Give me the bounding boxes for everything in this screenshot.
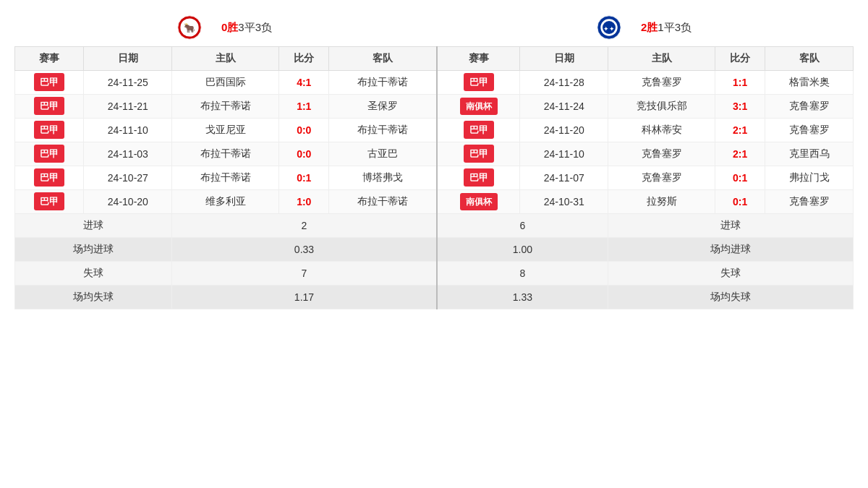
table-header: 赛事 日期 主队 比分 客队 赛事 日期 主队 比分 客队 <box>15 47 854 71</box>
right-away: 克鲁塞罗 <box>765 119 854 142</box>
left-away: 布拉干蒂诺 <box>329 190 437 214</box>
left-match-type: 巴甲 <box>15 142 84 166</box>
right-match-type: 南俱杯 <box>437 190 520 214</box>
match-type-badge-left: 巴甲 <box>34 97 64 115</box>
left-match-type: 巴甲 <box>15 190 84 214</box>
right-match-type: 巴甲 <box>437 166 520 190</box>
right-goals-label: 进球 <box>608 214 854 238</box>
right-date: 24-11-20 <box>520 119 608 142</box>
stats-lost-row: 失球 7 8 失球 <box>15 262 854 286</box>
left-away: 布拉干蒂诺 <box>329 119 437 142</box>
right-record-text: 1平3负 <box>658 21 692 33</box>
left-date: 24-11-10 <box>84 119 172 142</box>
left-goals-value: 2 <box>172 214 437 238</box>
left-lost-label: 失球 <box>15 262 172 286</box>
left-home: 布拉干蒂诺 <box>172 95 279 119</box>
stats-goals-row: 进球 2 6 进球 <box>15 214 854 238</box>
right-date: 24-11-07 <box>520 166 608 190</box>
match-type-badge-right: 南俱杯 <box>460 193 498 210</box>
right-match-type: 南俱杯 <box>437 95 520 119</box>
match-type-badge-left: 巴甲 <box>34 121 64 139</box>
right-team-logo: ✦✦ <box>596 14 622 40</box>
right-date: 24-11-24 <box>520 95 608 119</box>
match-type-badge-left: 巴甲 <box>34 168 64 187</box>
right-lost-avg-value: 1.33 <box>437 286 608 309</box>
left-date: 24-11-03 <box>84 142 172 166</box>
left-team-header: 🐂 0胜3平3负 <box>14 14 434 40</box>
left-home: 维多利亚 <box>172 190 279 214</box>
col-away-left: 客队 <box>329 47 437 71</box>
left-match-type: 巴甲 <box>15 71 84 95</box>
col-away-right: 客队 <box>765 47 854 71</box>
team-header-row: 🐂 0胜3平3负 ✦✦ 2胜1平3负 <box>14 14 854 40</box>
stats-goals-avg-row: 场均进球 0.33 1.00 场均进球 <box>15 238 854 262</box>
right-date: 24-10-31 <box>520 190 608 214</box>
left-date: 24-11-21 <box>84 95 172 119</box>
right-lost-label: 失球 <box>608 262 854 286</box>
right-score: 3:1 <box>715 95 765 119</box>
col-date-left: 日期 <box>84 47 172 71</box>
left-goals-avg-label: 场均进球 <box>15 238 172 262</box>
col-score-right: 比分 <box>715 47 765 71</box>
right-home: 克鲁塞罗 <box>608 166 715 190</box>
table-row: 巴甲 24-11-10 戈亚尼亚 0:0 布拉干蒂诺 巴甲 24-11-20 科… <box>15 119 854 142</box>
left-away: 圣保罗 <box>329 95 437 119</box>
right-score: 1:1 <box>715 71 765 95</box>
col-type-right: 赛事 <box>437 47 520 71</box>
left-home: 戈亚尼亚 <box>172 119 279 142</box>
right-home: 克鲁塞罗 <box>608 71 715 95</box>
table-row: 巴甲 24-11-03 布拉干蒂诺 0:0 古亚巴 巴甲 24-11-10 克鲁… <box>15 142 854 166</box>
left-wins: 0胜 <box>221 21 238 33</box>
left-score: 1:0 <box>279 190 329 214</box>
right-home: 拉努斯 <box>608 190 715 214</box>
match-type-badge-right: 巴甲 <box>464 121 494 139</box>
left-date: 24-11-25 <box>84 71 172 95</box>
right-date: 24-11-28 <box>520 71 608 95</box>
left-lost-value: 7 <box>172 262 437 286</box>
left-home: 布拉干蒂诺 <box>172 142 279 166</box>
col-score-left: 比分 <box>279 47 329 71</box>
right-away: 克鲁塞罗 <box>765 190 854 214</box>
right-away: 克里西乌 <box>765 142 854 166</box>
right-score: 2:1 <box>715 142 765 166</box>
right-goals-value: 6 <box>437 214 608 238</box>
match-type-badge-right: 巴甲 <box>464 168 494 187</box>
table-row: 巴甲 24-11-25 巴西国际 4:1 布拉干蒂诺 巴甲 24-11-28 克… <box>15 71 854 95</box>
right-score: 0:1 <box>715 166 765 190</box>
match-type-badge-left: 巴甲 <box>34 192 64 210</box>
match-type-badge-right: 南俱杯 <box>460 98 498 115</box>
left-score: 0:0 <box>279 119 329 142</box>
match-type-badge-left: 巴甲 <box>34 145 64 163</box>
match-rows: 巴甲 24-11-25 巴西国际 4:1 布拉干蒂诺 巴甲 24-11-28 克… <box>15 71 854 214</box>
left-away: 博塔弗戈 <box>329 166 437 190</box>
left-record-text: 3平3负 <box>238 21 272 33</box>
left-score: 0:1 <box>279 166 329 190</box>
table-row: 巴甲 24-10-20 维多利亚 1:0 布拉干蒂诺 南俱杯 24-10-31 … <box>15 190 854 214</box>
left-lost-avg-label: 场均失球 <box>15 286 172 309</box>
left-date: 24-10-20 <box>84 190 172 214</box>
svg-text:✦✦: ✦✦ <box>603 25 615 33</box>
left-score: 0:0 <box>279 142 329 166</box>
right-goals-avg-value: 1.00 <box>437 238 608 262</box>
left-team-record: 0胜3平3负 <box>221 21 272 35</box>
left-home: 巴西国际 <box>172 71 279 95</box>
col-home-right: 主队 <box>608 47 715 71</box>
col-date-right: 日期 <box>520 47 608 71</box>
left-date: 24-10-27 <box>84 166 172 190</box>
right-match-type: 巴甲 <box>437 71 520 95</box>
left-goals-label: 进球 <box>15 214 172 238</box>
left-match-type: 巴甲 <box>15 119 84 142</box>
match-type-badge-right: 巴甲 <box>464 145 494 163</box>
left-lost-avg-value: 1.17 <box>172 286 437 309</box>
right-home: 科林蒂安 <box>608 119 715 142</box>
main-table: 赛事 日期 主队 比分 客队 赛事 日期 主队 比分 客队 巴甲 24-11-2… <box>14 46 854 309</box>
right-team-record: 2胜1平3负 <box>641 21 692 35</box>
table-row: 巴甲 24-10-27 布拉干蒂诺 0:1 博塔弗戈 巴甲 24-11-07 克… <box>15 166 854 190</box>
left-away: 古亚巴 <box>329 142 437 166</box>
left-team-logo: 🐂 <box>176 14 203 40</box>
right-score: 2:1 <box>715 119 765 142</box>
right-match-type: 巴甲 <box>437 142 520 166</box>
right-away: 克鲁塞罗 <box>765 95 854 119</box>
right-lost-avg-label: 场均失球 <box>608 286 854 309</box>
left-goals-avg-value: 0.33 <box>172 238 437 262</box>
